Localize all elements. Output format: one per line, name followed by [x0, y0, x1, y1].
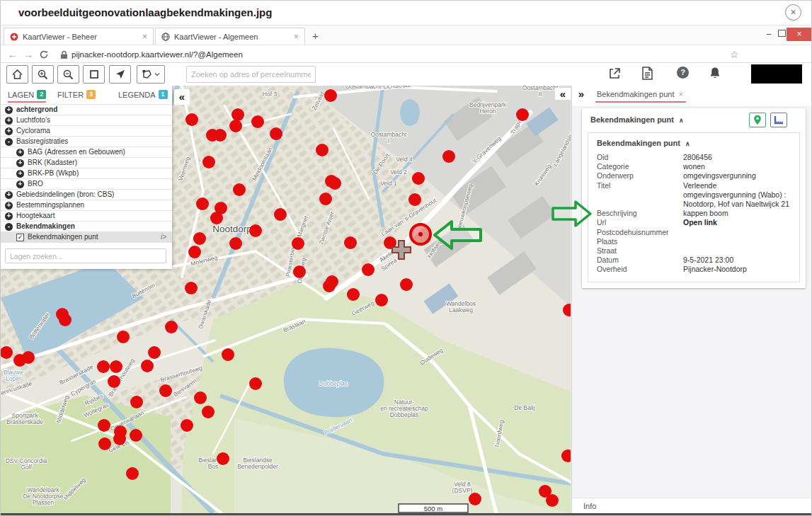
bekendmaking-dot[interactable] [148, 346, 161, 359]
expand-plus-icon[interactable]: + [16, 180, 24, 188]
bekendmaking-dot[interactable] [324, 89, 337, 102]
layer-actions-icon[interactable]: i> [161, 232, 166, 242]
bekendmaking-dot[interactable] [97, 360, 110, 373]
bekendmaking-dot[interactable] [210, 212, 223, 224]
info-footer[interactable]: Info [572, 498, 812, 513]
expand-plus-icon[interactable]: + [16, 149, 24, 156]
bekendmaking-dot[interactable] [193, 232, 206, 245]
bekendmaking-dot[interactable] [165, 321, 178, 333]
notifications-bell-icon[interactable] [709, 67, 721, 79]
window-close-button[interactable]: × [787, 28, 812, 41]
bekendmaking-dot[interactable] [196, 197, 209, 210]
bekendmaking-dot[interactable] [469, 493, 481, 505]
layer-item-hoogtekaart[interactable]: +Hoogtekaart [1, 211, 172, 222]
bekendmaking-dot[interactable] [546, 494, 559, 507]
zoom-to-feature-button[interactable] [749, 113, 766, 127]
tab-close-icon[interactable]: × [294, 32, 299, 42]
window-minimize-button[interactable]: – [762, 28, 775, 41]
bekendmaking-dot[interactable] [141, 360, 154, 372]
bookmark-star-icon[interactable]: ☆ [730, 49, 739, 60]
bekendmaking-dot[interactable] [59, 314, 72, 326]
bekendmaking-dot[interactable] [202, 156, 215, 168]
feature-attributes-header[interactable]: Bekendmakingen punt ∧ [588, 133, 799, 151]
url-text[interactable]: pijnacker-nootdorp.kaartviewer.nl/?@Alge… [72, 50, 243, 59]
bekendmaking-dot[interactable] [375, 294, 388, 306]
layer-item-achtergrond[interactable]: +achtergrond [1, 105, 172, 115]
bekendmaking-dot[interactable] [194, 391, 207, 404]
bekendmaking-dot[interactable] [113, 432, 126, 445]
layer-item-cyclorama[interactable]: +Cyclorama [1, 126, 172, 137]
back-icon[interactable]: ← [8, 49, 18, 60]
bekendmaking-dot[interactable] [108, 375, 120, 388]
bekendmaking-dot[interactable] [181, 419, 193, 432]
expand-plus-icon[interactable]: + [5, 117, 13, 125]
pdf-export-icon[interactable] [642, 67, 653, 80]
browser-tab-beheer[interactable]: KaartViewer - Beheer × [4, 28, 154, 45]
layer-item-brk-kadaster[interactable]: +BRK (Kadaster) [1, 158, 172, 168]
layer-item-brk-pb-wkpb[interactable]: +BRK-PB (Wkpb) [1, 168, 172, 179]
bekendmaking-dot[interactable] [202, 406, 215, 418]
bekendmaking-dot[interactable] [292, 237, 304, 250]
panel-tab-close-icon[interactable]: × [678, 90, 682, 98]
bekendmaking-dot[interactable] [362, 263, 374, 276]
bekendmaking-dot[interactable] [323, 280, 336, 292]
tab-lagen[interactable]: LAGEN 2 [8, 90, 46, 103]
expand-plus-icon[interactable]: + [5, 191, 13, 199]
zoom-out-button[interactable] [57, 65, 79, 84]
expand-plus-icon[interactable]: + [5, 106, 13, 114]
bekendmaking-dot[interactable] [126, 467, 139, 480]
feature-card-title[interactable]: Bekendmakingen punt ∧ [590, 115, 684, 124]
layer-item-bekendmakingen[interactable]: -Bekendmakingen [1, 222, 172, 232]
sidebar-collapse-icon[interactable]: « [174, 89, 190, 105]
open-link[interactable]: Open link [683, 218, 717, 227]
layer-item-bestemmingsplannen[interactable]: +Bestemmingsplannen [1, 200, 172, 211]
bekendmaking-dot[interactable] [98, 437, 111, 450]
layer-item-bro[interactable]: +BRO [1, 179, 172, 190]
help-icon[interactable]: ? [677, 67, 689, 79]
viewer-close-icon[interactable]: × [785, 4, 801, 21]
bekendmaking-dot[interactable] [249, 224, 262, 237]
expand-plus-icon[interactable]: + [5, 127, 13, 135]
bekendmaking-dot[interactable] [328, 177, 341, 190]
select-polygon-button[interactable] [137, 65, 165, 84]
bekendmaking-dot[interactable] [130, 396, 143, 408]
full-extent-button[interactable] [83, 65, 105, 84]
bekendmaking-dot[interactable] [229, 237, 242, 250]
bekendmaking-dot[interactable] [185, 282, 198, 294]
expand-plus-icon[interactable]: + [16, 170, 24, 178]
tab-legenda[interactable]: LEGENDA 1 [118, 90, 168, 99]
tab-close-icon[interactable]: × [142, 32, 147, 42]
bekendmaking-dot[interactable] [344, 236, 357, 249]
collapse-minus-icon[interactable]: - [5, 223, 13, 231]
new-tab-button[interactable]: + [312, 30, 319, 42]
bekendmaking-dot[interactable] [442, 150, 455, 163]
bekendmaking-dot[interactable] [159, 384, 172, 397]
bekendmaking-dot[interactable] [22, 351, 35, 364]
panel-tab-bekendmakingen-punt[interactable]: Bekendmakingen punt× [595, 90, 686, 103]
address-search-input[interactable] [186, 66, 316, 83]
bekendmaking-dot[interactable] [249, 377, 262, 390]
bekendmaking-dot[interactable] [98, 419, 110, 432]
bekendmaking-dot[interactable] [347, 288, 360, 301]
tab-filter[interactable]: FILTER 3 [57, 90, 96, 99]
bekendmaking-dot[interactable] [185, 113, 198, 126]
bekendmaking-dot[interactable] [412, 172, 425, 185]
share-external-icon[interactable] [608, 67, 621, 80]
layer-item-basisregistraties[interactable]: -Basisregistraties [1, 137, 172, 147]
layer-checkbox[interactable]: ✓ [16, 234, 24, 241]
bekendmaking-dot[interactable] [117, 331, 130, 343]
layer-item-bag-adressen-en-gebouwen[interactable]: +BAG (Adressen en Gebouwen) [1, 147, 172, 158]
layer-item-luchtfoto-s[interactable]: +Luchtfoto's [1, 115, 172, 126]
my-location-button[interactable] [109, 65, 131, 84]
bekendmaking-dot[interactable] [516, 108, 529, 121]
home-button[interactable] [6, 65, 28, 84]
panel-expand-icon[interactable]: » [573, 88, 589, 100]
bekendmaking-dot[interactable] [222, 348, 234, 361]
layer-item-bekendmakingen-punt[interactable]: ✓Bekendmakingen punti> [1, 232, 172, 243]
bekendmaking-dot[interactable] [408, 193, 421, 206]
bekendmaking-dot[interactable] [233, 183, 246, 196]
layer-item-gebiedsindelingen-bron-cbs[interactable]: +Gebiedsindelingen (bron: CBS) [1, 190, 172, 200]
zoom-in-button[interactable] [32, 65, 54, 84]
bekendmaking-dot[interactable] [130, 429, 142, 442]
bekendmaking-dot[interactable] [293, 265, 306, 278]
